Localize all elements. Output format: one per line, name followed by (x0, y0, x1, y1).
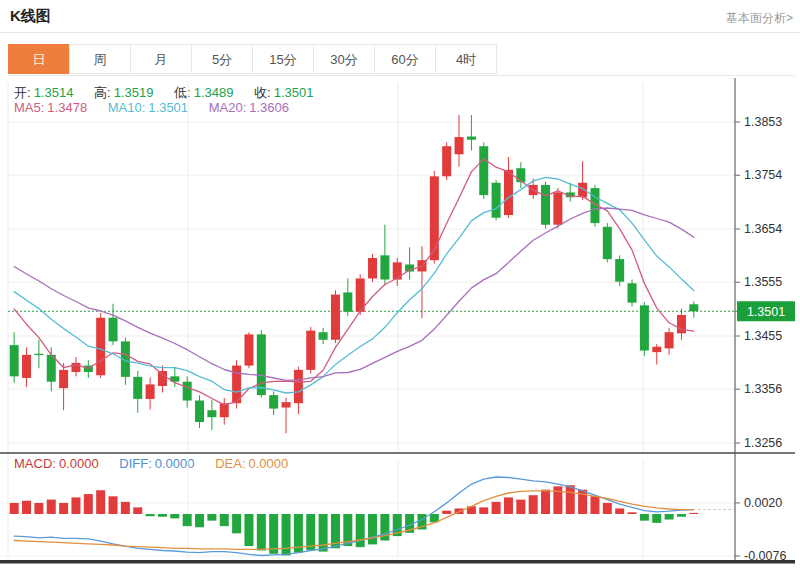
svg-text:1.3455: 1.3455 (744, 329, 782, 343)
interval-tabs: 日 周 月 5分 15分 30分 60分 4时 (8, 44, 795, 74)
tab-5min[interactable]: 5分 (191, 44, 253, 74)
tab-day[interactable]: 日 (8, 44, 70, 74)
tab-30min[interactable]: 30分 (313, 44, 375, 74)
svg-text:1.3256: 1.3256 (744, 436, 782, 450)
svg-text:0.0020: 0.0020 (744, 496, 782, 510)
svg-text:1.3555: 1.3555 (744, 275, 782, 289)
header: K线图 基本面分析> (0, 0, 800, 32)
page-title: K线图 (10, 7, 51, 26)
svg-text:1.3754: 1.3754 (744, 168, 782, 182)
svg-text:1.3654: 1.3654 (744, 222, 782, 236)
svg-text:1.3501: 1.3501 (747, 305, 785, 319)
tab-15min[interactable]: 15分 (252, 44, 314, 74)
tab-week[interactable]: 周 (69, 44, 131, 74)
page: { "header": { "title": "K线图", "link": "基… (0, 0, 800, 568)
tab-month[interactable]: 月 (130, 44, 192, 74)
title-divider (0, 32, 800, 33)
kline-macd-chart[interactable]: 1.38531.37541.36541.35551.34551.33561.32… (0, 78, 800, 568)
tab-60min[interactable]: 60分 (374, 44, 436, 74)
fundamental-analysis-link[interactable]: 基本面分析> (726, 10, 793, 27)
svg-text:1.3853: 1.3853 (744, 115, 782, 129)
svg-text:1.3356: 1.3356 (744, 382, 782, 396)
tab-4hour[interactable]: 4时 (435, 44, 497, 74)
interval-tab-bar: 日 周 月 5分 15分 30分 60分 4时 (8, 44, 795, 76)
